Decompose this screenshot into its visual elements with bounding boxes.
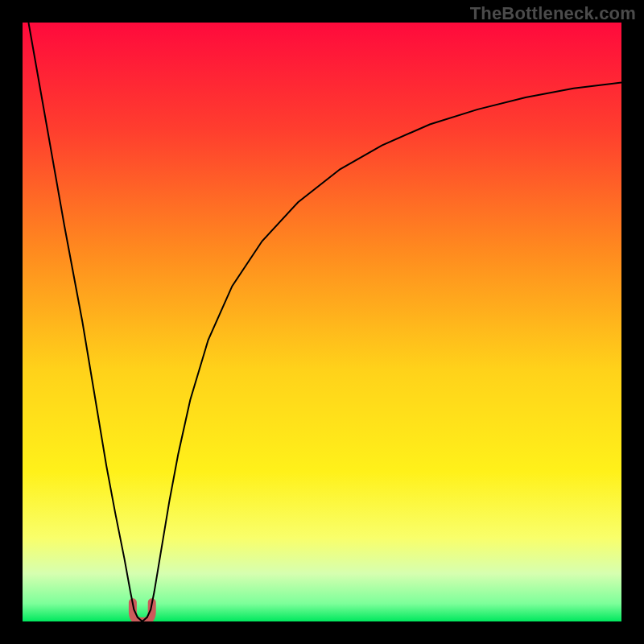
chart-frame: TheBottleneck.com (0, 0, 644, 644)
chart-svg (23, 23, 621, 621)
gradient-background (23, 23, 621, 621)
watermark-label: TheBottleneck.com (470, 3, 636, 24)
plot-area (23, 23, 621, 621)
